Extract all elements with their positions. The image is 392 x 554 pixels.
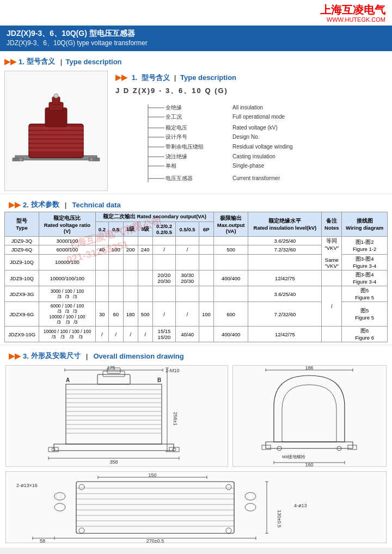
col-type: 型号Type <box>5 212 39 237</box>
svg-point-67 <box>173 448 176 451</box>
side-view-svg: 186 M8接地螺栓 160 <box>252 366 366 466</box>
svg-text:Current transformer: Current transformer <box>232 175 280 181</box>
svg-point-120 <box>79 484 84 490</box>
svg-text:设计序号: 设计序号 <box>166 134 187 140</box>
cell-type: JDZ9-10Q <box>5 254 39 270</box>
svg-text:358: 358 <box>110 459 118 465</box>
product-image <box>4 71 108 191</box>
svg-point-107 <box>245 493 256 500</box>
svg-text:Full operational mode: Full operational mode <box>232 114 285 120</box>
type-description: ▶▶ 1. 型号含义 | Type description J D Z(X)9 … <box>113 71 388 191</box>
svg-rect-80 <box>266 442 353 448</box>
svg-rect-63 <box>54 444 174 451</box>
col-insulation: 额定绝缘水平Rated insulation level(kV) <box>248 212 322 237</box>
svg-rect-9 <box>29 149 83 151</box>
col-ratio: 额定电压比Rated voltage ratio(V) <box>39 212 95 237</box>
svg-rect-49 <box>103 371 125 377</box>
type-code: J D Z(X)9 - 3、6、10 Q (G) <box>115 86 385 96</box>
svg-text:电压互感器: 电压互感器 <box>166 175 193 181</box>
company-url: WWW.HUTEGK.COM <box>320 16 385 23</box>
type-lines-svg: 全绝缘 全工况 额定电压 设计序号 带剩余电压绕组 浇注绝缘 单相 电压互感器 … <box>115 98 311 188</box>
tech-table: 型号Type 额定电压比Rated voltage ratio(V) 额定二次输… <box>4 212 388 342</box>
bottom-view-svg: 2-ø13×16 150 <box>11 472 381 543</box>
cell-type: JDZX9-3G <box>5 286 39 302</box>
company-name: 上海互凌电气 <box>320 3 385 16</box>
section2-header: ▶▶ 2. 技术参数 | Technical data <box>4 196 388 212</box>
header: 上海互凌电气 WWW.HUTEGK.COM <box>0 0 392 26</box>
svg-rect-95 <box>76 482 234 533</box>
svg-text:Design No.: Design No. <box>232 134 259 140</box>
svg-text:175: 175 <box>107 366 115 371</box>
main-title: JDZ(X)9-3、6、10Q(G) 型电压互感器 <box>7 29 385 39</box>
svg-point-14 <box>19 158 22 161</box>
svg-rect-8 <box>29 144 83 147</box>
section1-title-en: Type description <box>65 58 121 66</box>
svg-text:Single-phase: Single-phase <box>232 163 265 169</box>
top-section: ▶▶ 1. 型号含义 | Type description J D Z(X)9 … <box>0 69 392 193</box>
svg-text:186: 186 <box>305 366 314 371</box>
cell-type: JDZ9-3Q <box>5 237 39 245</box>
svg-text:4-ø13: 4-ø13 <box>294 503 307 508</box>
table-row: JDZ9-10Q 10000/100/100 20/2020/30 30/302… <box>5 270 388 286</box>
svg-text:150: 150 <box>148 472 156 478</box>
cell-type: JDZX9-10G <box>5 327 39 342</box>
front-view-svg: 175 2-M10 A B <box>27 366 206 466</box>
section3-title-en: Overall dimension drawing <box>93 352 183 360</box>
section3-header: ▶▶ 3. 外形及安装尺寸 | Overall dimension drawin… <box>4 348 388 363</box>
svg-rect-51 <box>66 384 162 444</box>
section3-title-cn: 外形及安装尺寸 <box>31 351 81 361</box>
svg-text:额定电压: 额定电压 <box>166 125 187 131</box>
dim-section: ▶▶ 3. 外形及安装尺寸 | Overall dimension drawin… <box>0 346 392 547</box>
sub-title: JDZ(X)9-3、6、10Q(G) type voltage transfor… <box>7 39 385 48</box>
svg-text:2-M10: 2-M10 <box>166 368 180 373</box>
type-desc-title: ▶▶ 1. 型号含义 | Type description <box>115 73 385 83</box>
svg-text:Rated voltage (kV): Rated voltage (kV) <box>232 125 278 131</box>
svg-rect-5 <box>29 131 83 134</box>
svg-text:270±0.5: 270±0.5 <box>146 538 164 543</box>
svg-text:B: B <box>157 377 161 383</box>
col-wiring: 接线图Wiring diagram <box>342 212 388 237</box>
section1-arrow: ▶▶ <box>4 57 16 66</box>
svg-text:2-ø13×16: 2-ø13×16 <box>16 483 38 488</box>
col-notes: 备注Notes <box>322 212 342 237</box>
table-row: JDZX9-3G 3000 / 100 / 100/3 /3 /3 3.6/25… <box>5 286 388 302</box>
svg-rect-7 <box>29 140 83 143</box>
section2-title-cn: 技术参数 <box>31 200 59 210</box>
section3-number: 3. <box>23 352 29 360</box>
svg-text:M8接地螺栓: M8接地螺栓 <box>282 454 305 459</box>
cell-type: JDZ9-6Q <box>5 245 39 254</box>
svg-text:130±0.5: 130±0.5 <box>277 510 282 527</box>
svg-point-121 <box>226 484 231 490</box>
svg-text:全绝缘: 全绝缘 <box>166 104 182 110</box>
svg-text:带剩余电压绕组: 带剩余电压绕组 <box>166 144 204 150</box>
svg-point-123 <box>226 528 231 533</box>
col-output: 额定二次输出 Rated secondary output(VA) <box>95 212 213 222</box>
svg-point-13 <box>54 94 58 98</box>
svg-rect-48 <box>97 374 130 384</box>
svg-text:256±1: 256±1 <box>173 412 178 426</box>
svg-text:Casting insulation: Casting insulation <box>232 153 275 159</box>
svg-rect-82 <box>348 445 357 450</box>
svg-rect-4 <box>29 127 83 130</box>
logo: 上海互凌电气 WWW.HUTEGK.COM <box>320 3 385 23</box>
col-max: 极限输出Max.output(VA) <box>213 212 248 237</box>
svg-text:A: A <box>66 377 70 383</box>
svg-rect-81 <box>262 445 271 450</box>
svg-point-122 <box>79 528 84 533</box>
table-row: JDZ9-3Q 3000/100 3.6/25/40 等同"VKV"Same"V… <box>5 237 388 245</box>
svg-text:浇注绝缘: 浇注绝缘 <box>166 153 187 159</box>
svg-text:单相: 单相 <box>166 163 176 169</box>
section1-title-cn: 型号含义 <box>27 57 55 66</box>
cell-type: JDZ9-10Q <box>5 270 39 286</box>
svg-point-66 <box>52 448 55 451</box>
svg-text:All insulation: All insulation <box>232 104 263 110</box>
table-row: JDZX9-10G 10000 / 100 / 100 / 100/3 /3 /… <box>5 327 388 342</box>
title-bar: JDZ(X)9-3、6、10Q(G) 型电压互感器 JDZ(X)9-3、6、10… <box>0 26 392 51</box>
svg-point-15 <box>90 158 93 161</box>
section2-title-en: Technical data <box>72 201 120 209</box>
tech-section: ▶▶ 2. 技术参数 | Technical data 上海互凌电气有限公司 0… <box>0 194 392 344</box>
section1-number: 1. <box>19 58 24 66</box>
svg-text:160: 160 <box>305 462 314 466</box>
svg-rect-6 <box>29 136 83 138</box>
section2-number: 2. <box>23 201 29 209</box>
